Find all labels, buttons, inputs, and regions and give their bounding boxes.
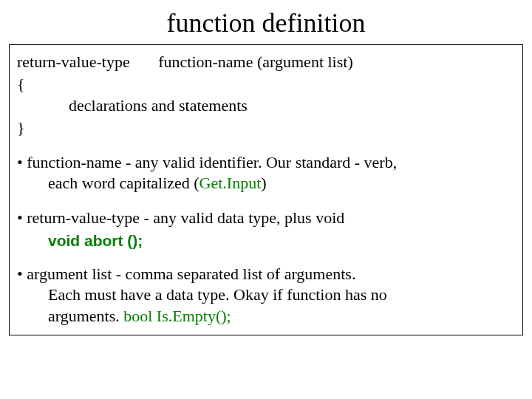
bullet-3-line-3: arguments. bool Is.Empty(); (17, 306, 515, 327)
bullet-1-line-1: function-name - any valid identifier. Ou… (17, 153, 397, 171)
content-box: return-value-type function-name (argumen… (9, 44, 523, 335)
syntax-line-1: return-value-type function-name (argumen… (17, 51, 515, 73)
slide: function definition return-value-type fu… (0, 0, 532, 399)
syntax-block: return-value-type function-name (argumen… (17, 51, 515, 139)
bullet-3-line-1: argument list - comma separated list of … (17, 265, 355, 283)
get-input-example: Get.Input (200, 174, 262, 192)
bullet-1-text-a: each word capitalized ( (48, 174, 200, 192)
bullet-argument-list: argument list - comma separated list of … (17, 264, 515, 327)
bullet-3-line-2: Each must have a data type. Okay if func… (17, 284, 515, 306)
void-abort-example: void abort (); (17, 231, 515, 250)
bullet-3-text-a: arguments. (48, 307, 123, 325)
bullet-1-line-2: each word capitalized (Get.Input) (17, 173, 515, 194)
bullet-1-text-b: ) (261, 174, 266, 192)
is-empty-example: bool Is.Empty(); (123, 307, 231, 325)
bullet-function-name: function-name - any valid identifier. Ou… (17, 152, 515, 194)
syntax-declarations: declarations and statements (17, 95, 515, 117)
bullet-return-value-type: return-value-type - any valid data type,… (17, 208, 515, 250)
syntax-open-brace: { (17, 73, 515, 95)
bullet-2-line-1: return-value-type - any valid data type,… (17, 208, 344, 227)
slide-title: function definition (0, 0, 532, 44)
syntax-close-brace: } (17, 117, 515, 139)
